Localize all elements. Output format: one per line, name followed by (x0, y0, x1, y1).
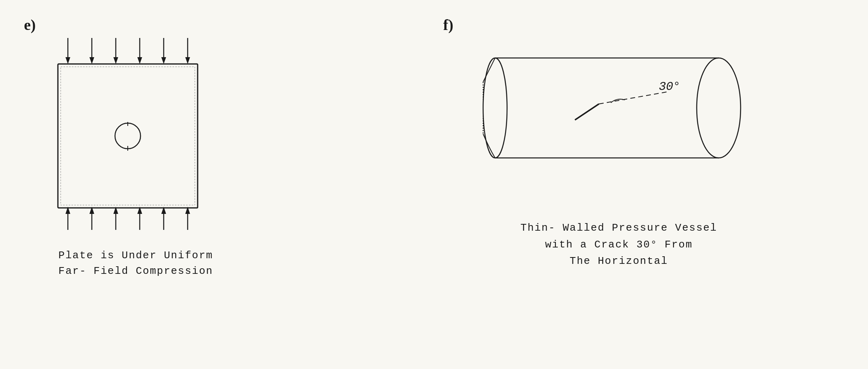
svg-line-36 (599, 92, 667, 104)
svg-marker-3 (89, 57, 94, 64)
caption-e-line1: Plate is Under Uniform (24, 248, 248, 263)
svg-rect-13 (61, 67, 195, 205)
caption-e: Plate is Under Uniform Far- Field Compre… (24, 248, 248, 279)
svg-marker-1 (65, 57, 70, 64)
label-e: e) (24, 16, 36, 34)
cylinder-diagram: 30° (455, 34, 767, 202)
caption-e-line2: Far- Field Compression (24, 263, 248, 279)
cylinder-svg: 30° (455, 34, 767, 194)
caption-f-line2: with a Crack 30° From (455, 237, 783, 253)
plate-diagram (44, 34, 212, 234)
svg-text:30°: 30° (659, 80, 680, 94)
plate-svg (44, 34, 220, 242)
svg-marker-9 (161, 57, 166, 64)
caption-f: Thin- Walled Pressure Vessel with a Crac… (455, 220, 783, 270)
panel-f: f) (431, 8, 854, 356)
svg-marker-7 (137, 57, 142, 64)
page: e) (0, 0, 868, 369)
caption-f-line1: Thin- Walled Pressure Vessel (455, 220, 783, 237)
svg-rect-12 (58, 64, 198, 208)
svg-marker-11 (185, 57, 190, 64)
svg-line-35 (575, 104, 599, 120)
panel-e: e) (12, 8, 260, 356)
svg-point-26 (115, 123, 141, 149)
svg-point-31 (483, 58, 507, 158)
svg-marker-5 (113, 57, 118, 64)
svg-point-33 (697, 58, 741, 158)
label-f: f) (443, 16, 453, 34)
caption-f-line3: The Horizontal (455, 253, 783, 270)
